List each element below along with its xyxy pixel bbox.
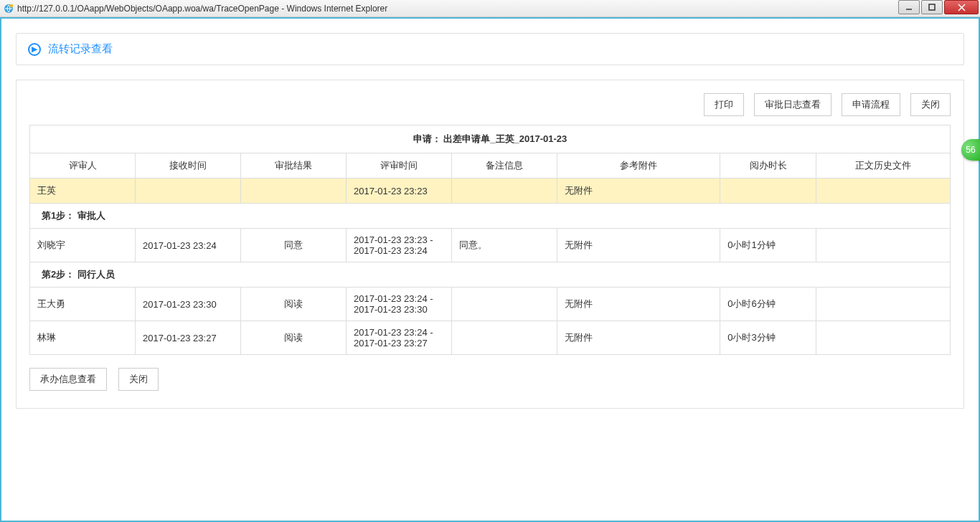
cell-historyFiles — [816, 179, 950, 204]
cell-result — [241, 179, 347, 204]
cell-reviewTime: 2017-01-23 23:23 - 2017-01-23 23:24 — [347, 229, 452, 262]
arrow-right-circle-icon: ▶ — [28, 43, 41, 56]
cell-duration: 0小时3分钟 — [720, 321, 816, 355]
cell-reviewTime: 2017-01-23 23:23 — [347, 179, 452, 204]
cell-duration: 0小时6分钟 — [720, 288, 816, 321]
apply-flow-button[interactable]: 申请流程 — [842, 93, 900, 116]
step-label: 第1步： 审批人 — [30, 204, 951, 229]
col-remarks: 备注信息 — [452, 153, 557, 179]
cell-remarks — [452, 179, 557, 204]
cell-receiveTime: 2017-01-23 23:27 — [136, 321, 241, 355]
cell-remarks: 同意。 — [452, 229, 557, 262]
col-reviewer: 评审人 — [30, 153, 136, 179]
svg-rect-3 — [929, 4, 935, 10]
cell-remarks — [452, 321, 557, 355]
col-result: 审批结果 — [241, 153, 347, 179]
col-reviewTime: 评审时间 — [347, 153, 452, 179]
close-button-top[interactable]: 关闭 — [910, 93, 951, 116]
bottom-action-bar: 承办信息查看 关闭 — [29, 368, 951, 391]
table-row: 王英2017-01-23 23:23无附件 — [30, 179, 951, 204]
col-historyFiles: 正文历史文件 — [816, 153, 950, 179]
cell-duration: 0小时1分钟 — [720, 229, 816, 262]
cell-attachments: 无附件 — [557, 321, 720, 355]
cell-attachments: 无附件 — [557, 229, 720, 262]
cell-receiveTime: 2017-01-23 23:24 — [136, 229, 241, 262]
app-frame: ▶ 流转记录查看 打印 审批日志查看 申请流程 关闭 申请： 出差申请单_王英_… — [0, 17, 980, 522]
table-row: 王大勇2017-01-23 23:30阅读2017-01-23 23:24 - … — [30, 288, 951, 321]
close-button-bottom[interactable]: 关闭 — [118, 368, 159, 391]
cell-historyFiles — [816, 288, 950, 321]
col-receiveTime: 接收时间 — [136, 153, 241, 179]
cell-reviewTime: 2017-01-23 23:24 - 2017-01-23 23:30 — [347, 288, 452, 321]
page-title: 流转记录查看 — [48, 42, 113, 56]
col-attachments: 参考附件 — [557, 153, 720, 179]
window-title: http://127.0.0.1/OAapp/WebObjects/OAapp.… — [17, 4, 980, 14]
cell-historyFiles — [816, 229, 950, 262]
window-titlebar: http://127.0.0.1/OAapp/WebObjects/OAapp.… — [0, 0, 980, 17]
table-row: 刘晓宇2017-01-23 23:24同意2017-01-23 23:23 - … — [30, 229, 951, 262]
print-button[interactable]: 打印 — [704, 93, 744, 116]
cell-result: 阅读 — [241, 288, 347, 321]
cell-result: 阅读 — [241, 321, 347, 355]
cell-attachments: 无附件 — [557, 179, 720, 204]
cell-reviewer: 王英 — [30, 179, 136, 204]
table-row: 林琳2017-01-23 23:27阅读2017-01-23 23:24 - 2… — [30, 321, 951, 355]
cell-reviewTime: 2017-01-23 23:24 - 2017-01-23 23:27 — [347, 321, 452, 355]
ie-icon — [3, 3, 14, 14]
undertake-info-button[interactable]: 承办信息查看 — [29, 368, 107, 391]
cell-remarks — [452, 288, 557, 321]
cell-reviewer: 王大勇 — [30, 288, 136, 321]
trace-table: 申请： 出差申请单_王英_2017-01-23评审人接收时间审批结果评审时间备注… — [29, 125, 951, 355]
cell-duration — [720, 179, 816, 204]
cell-attachments: 无附件 — [557, 288, 720, 321]
cell-historyFiles — [816, 321, 950, 355]
close-window-button[interactable] — [944, 0, 979, 14]
audit-log-button[interactable]: 审批日志查看 — [754, 93, 831, 116]
step-label: 第2步： 同行人员 — [30, 262, 951, 288]
cell-reviewer: 刘晓宇 — [30, 229, 136, 262]
content-panel: 打印 审批日志查看 申请流程 关闭 申请： 出差申请单_王英_2017-01-2… — [16, 80, 964, 409]
cell-receiveTime — [136, 179, 241, 204]
cell-receiveTime: 2017-01-23 23:30 — [136, 288, 241, 321]
window-controls — [897, 0, 979, 14]
page-header: ▶ 流转记录查看 — [16, 33, 964, 65]
maximize-button[interactable] — [921, 0, 943, 14]
table-caption: 申请： 出差申请单_王英_2017-01-23 — [30, 125, 951, 153]
top-action-bar: 打印 审批日志查看 申请流程 关闭 — [29, 93, 951, 116]
cell-result: 同意 — [241, 229, 347, 262]
svg-point-1 — [10, 4, 13, 6]
cell-reviewer: 林琳 — [30, 321, 136, 355]
side-badge[interactable]: 56 — [961, 139, 980, 161]
minimize-button[interactable] — [898, 0, 920, 14]
col-duration: 阅办时长 — [720, 153, 816, 179]
